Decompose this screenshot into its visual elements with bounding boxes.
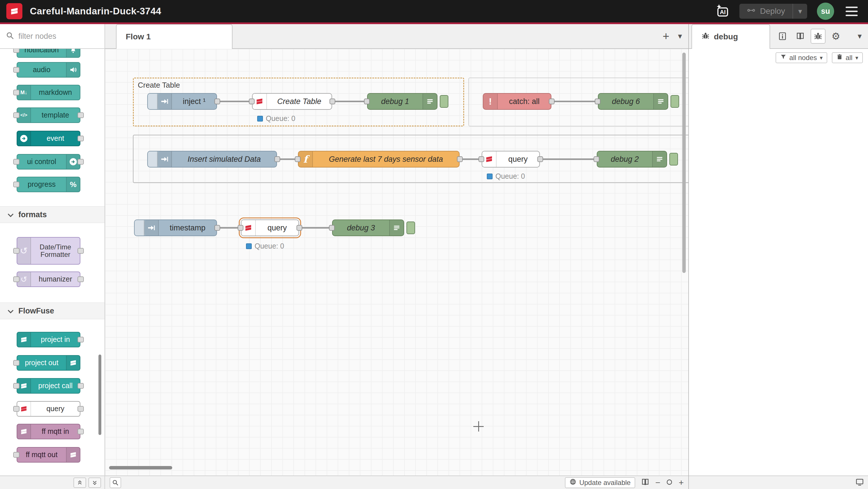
help-tab-button[interactable] bbox=[793, 29, 808, 44]
open-window-icon[interactable] bbox=[856, 478, 864, 488]
debug-toggle-button[interactable] bbox=[671, 95, 679, 108]
palette-node-project-in[interactable]: project in bbox=[17, 332, 81, 347]
port-output[interactable] bbox=[549, 98, 555, 104]
expand-all-button[interactable] bbox=[88, 478, 101, 488]
minimap-toggle-icon[interactable] bbox=[641, 478, 650, 488]
tab-flow-1[interactable]: Flow 1 bbox=[116, 24, 232, 49]
node-catch-all[interactable]: ! catch: all bbox=[483, 93, 551, 110]
debug-toggle-button[interactable] bbox=[406, 222, 415, 234]
flow-list-dropdown[interactable]: ▾ bbox=[678, 32, 682, 40]
port-output[interactable] bbox=[214, 225, 220, 231]
port-input[interactable] bbox=[594, 156, 599, 162]
port-output[interactable] bbox=[78, 429, 84, 434]
port-input[interactable] bbox=[364, 98, 370, 104]
palette-node-ff-mqtt-out[interactable]: ff mqtt out bbox=[17, 447, 81, 463]
node-function-generate[interactable]: f Generate last 7 days sensor data bbox=[298, 151, 460, 168]
tab-debug[interactable]: debug bbox=[691, 24, 770, 49]
deploy-dropdown[interactable]: ▾ bbox=[793, 4, 807, 19]
update-available-button[interactable]: Update available bbox=[565, 477, 635, 488]
palette-node-datetime-formatter[interactable]: ↺ Date/Time Formatter bbox=[17, 237, 81, 265]
debug-tab-button[interactable] bbox=[811, 29, 826, 44]
add-flow-button[interactable]: + bbox=[663, 30, 670, 42]
node-debug-2[interactable]: debug 2 bbox=[597, 151, 667, 168]
palette-search[interactable] bbox=[0, 24, 104, 49]
config-tab-button[interactable]: ⚙ bbox=[828, 29, 843, 44]
debug-toggle-button[interactable] bbox=[670, 153, 678, 166]
node-insert-simulated-data[interactable]: Insert simulated Data bbox=[147, 151, 277, 168]
palette-node-markdown[interactable]: M↓ markdown bbox=[17, 85, 81, 100]
palette-node-humanizer[interactable]: ↺ humanizer bbox=[17, 271, 81, 287]
flow-canvas[interactable]: Create Table inject ¹ bbox=[105, 49, 688, 476]
palette-node-ui-control[interactable]: ui control bbox=[17, 154, 81, 170]
port-output[interactable] bbox=[78, 277, 84, 282]
collapse-all-button[interactable] bbox=[73, 478, 86, 488]
deploy-button[interactable]: Deploy ▾ bbox=[739, 4, 807, 19]
palette-node-event[interactable]: event bbox=[17, 131, 81, 146]
node-inject-1[interactable]: inject ¹ bbox=[147, 93, 217, 110]
port-output[interactable] bbox=[537, 156, 543, 162]
port-output[interactable] bbox=[78, 383, 84, 389]
node-debug-1[interactable]: debug 1 bbox=[367, 93, 437, 110]
port-output[interactable] bbox=[78, 112, 84, 118]
debug-messages-area[interactable] bbox=[689, 67, 868, 476]
port-input[interactable] bbox=[595, 98, 600, 104]
port-output[interactable] bbox=[457, 156, 463, 162]
flowfuse-logo-icon[interactable] bbox=[6, 3, 22, 19]
port-output[interactable] bbox=[78, 337, 84, 343]
palette-node-query[interactable]: query bbox=[17, 401, 81, 416]
palette-section-formats[interactable]: formats bbox=[0, 206, 104, 223]
port-input[interactable] bbox=[13, 49, 20, 53]
port-output[interactable] bbox=[297, 225, 302, 231]
port-output[interactable] bbox=[78, 406, 84, 412]
main-menu-icon[interactable] bbox=[844, 5, 859, 18]
port-output[interactable] bbox=[214, 98, 220, 104]
canvas-vertical-scrollbar[interactable] bbox=[682, 53, 686, 273]
palette-filter-input[interactable] bbox=[19, 32, 90, 41]
port-input[interactable] bbox=[13, 181, 20, 187]
palette-node-template[interactable]: </> template bbox=[17, 108, 81, 123]
canvas-horizontal-scrollbar[interactable] bbox=[109, 466, 172, 469]
port-input[interactable] bbox=[249, 98, 255, 104]
palette-node-notification[interactable]: notification bbox=[17, 49, 81, 58]
debug-clear-button[interactable]: all ▾ bbox=[832, 52, 863, 63]
ai-assistant-icon[interactable]: AI bbox=[715, 3, 730, 19]
port-output[interactable] bbox=[274, 156, 280, 162]
palette-node-project-out[interactable]: project out bbox=[17, 355, 81, 371]
zoom-out-button[interactable]: − bbox=[655, 478, 660, 487]
port-input[interactable] bbox=[13, 406, 20, 412]
port-input[interactable] bbox=[13, 159, 20, 165]
port-input[interactable] bbox=[329, 225, 335, 231]
palette-section-flowfuse[interactable]: FlowFuse bbox=[0, 303, 104, 319]
inject-run-button[interactable] bbox=[135, 220, 144, 236]
inject-run-button[interactable] bbox=[148, 151, 158, 167]
port-input[interactable] bbox=[295, 156, 301, 162]
port-input[interactable] bbox=[13, 248, 20, 254]
debug-toggle-button[interactable] bbox=[440, 95, 448, 108]
zoom-in-button[interactable]: + bbox=[679, 478, 684, 487]
palette-scrollbar[interactable] bbox=[98, 354, 101, 435]
palette-node-project-call[interactable]: project call bbox=[17, 378, 81, 394]
node-query-selected[interactable]: query bbox=[241, 220, 299, 236]
user-avatar[interactable]: su bbox=[817, 3, 834, 20]
port-output[interactable] bbox=[78, 136, 84, 141]
port-input[interactable] bbox=[478, 156, 484, 162]
debug-filter-button[interactable]: all nodes ▾ bbox=[776, 52, 827, 63]
node-debug-3[interactable]: debug 3 bbox=[332, 220, 404, 236]
node-query-2[interactable]: query bbox=[482, 151, 540, 168]
port-output[interactable] bbox=[78, 159, 84, 165]
port-input[interactable] bbox=[13, 90, 20, 95]
port-input[interactable] bbox=[13, 452, 20, 458]
port-output[interactable] bbox=[78, 248, 84, 254]
sidebar-dropdown[interactable]: ▾ bbox=[858, 32, 862, 40]
node-debug-6[interactable]: debug 6 bbox=[598, 93, 668, 110]
port-output[interactable] bbox=[330, 98, 335, 104]
port-input[interactable] bbox=[13, 67, 20, 73]
info-tab-button[interactable] bbox=[775, 29, 790, 44]
palette-node-audio[interactable]: audio bbox=[17, 62, 81, 78]
node-inject-timestamp[interactable]: timestamp bbox=[134, 220, 217, 236]
port-input[interactable] bbox=[13, 360, 20, 366]
node-create-table[interactable]: Create Table bbox=[252, 93, 332, 110]
zoom-reset-button[interactable] bbox=[666, 479, 673, 487]
port-input[interactable] bbox=[238, 225, 243, 231]
palette-node-progress[interactable]: progress % bbox=[17, 177, 81, 192]
